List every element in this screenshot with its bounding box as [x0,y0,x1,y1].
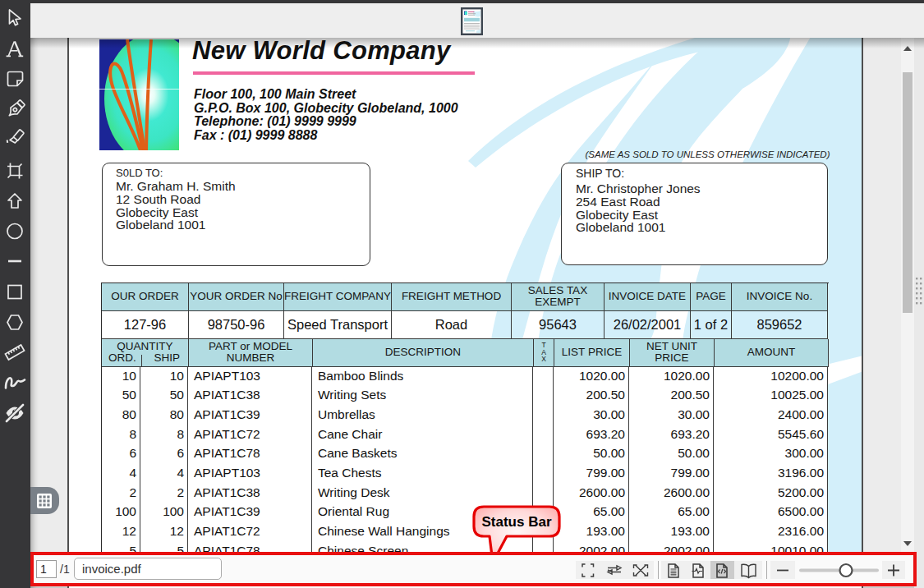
svg-text:Status Bar: Status Bar [481,514,551,530]
